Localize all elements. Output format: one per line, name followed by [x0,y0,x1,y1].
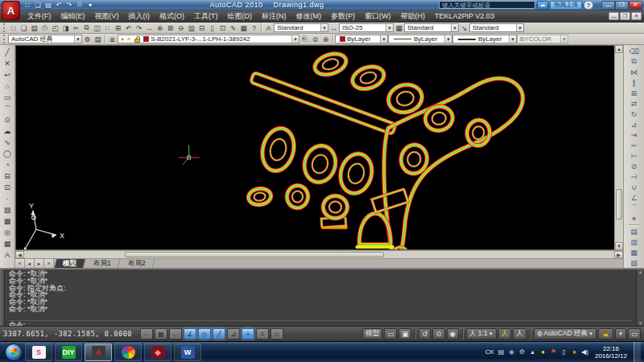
tray-expand-icon[interactable]: ▴ [529,348,536,356]
lang-indicator[interactable]: CK [485,348,494,356]
dropdown-arrow-icon[interactable]: ▼ [509,35,516,43]
plot-icon[interactable]: ⎙ [75,1,85,10]
annotation-visibility-icon[interactable]: 人 [498,328,512,339]
redo-icon[interactable]: ↷ [64,1,74,10]
clean-screen-button[interactable]: ▭ [628,328,641,339]
flag-alert-icon[interactable]: ⚑ [550,348,557,356]
volume-icon[interactable]: ◀) [581,348,588,356]
taskbar-clock[interactable]: 22:16 2016/12/12 [595,345,627,360]
otrack-toggle[interactable]: ╱ [213,328,225,339]
region-icon[interactable]: ◎ [2,227,14,238]
publish-icon[interactable]: ◨ [60,23,71,33]
layer-lock-icon[interactable] [134,39,140,43]
tab-model[interactable]: 模型 [55,259,86,268]
vscroll-thumb[interactable] [616,189,622,220]
status-menu-button[interactable]: ▼ [615,328,626,339]
bring-to-front-icon[interactable]: ▤ [628,226,640,237]
layer-unisolate-icon[interactable]: ⊕ [320,35,331,44]
leader-style-dropdown[interactable]: Standard▼ [469,23,524,32]
array-icon[interactable]: ⊞ [628,88,640,98]
quick-view-layouts-icon[interactable]: ▭ [384,328,397,339]
quickcalc-icon[interactable]: ▦ [238,23,249,33]
ortho-toggle[interactable]: ∟ [169,328,182,339]
grid-toggle[interactable]: ▦ [155,328,167,339]
dropdown-arrow-icon[interactable]: ▼ [386,24,393,31]
qp-toggle[interactable]: ▭ [270,328,283,339]
dyn-toggle[interactable]: + [242,328,254,339]
keyboard-icon[interactable]: ▤ [497,348,505,356]
save-icon[interactable]: ▤ [29,23,39,33]
cut-icon[interactable]: ✂ [71,23,81,33]
plot-icon[interactable]: ⎙ [39,23,50,33]
rectangle-icon[interactable]: ▭ [2,92,14,103]
designcenter-icon[interactable]: ⊟ [196,23,207,33]
dim-style-dropdown[interactable]: ISO-25▼ [339,23,394,32]
quick-view-drawings-icon[interactable]: ▣ [398,328,411,339]
scroll-up-icon[interactable]: ▲ [615,45,623,53]
annotation-auto-icon[interactable]: 人 [513,328,526,339]
search-input[interactable] [439,1,535,9]
copy-icon[interactable]: ⧉ [628,56,640,67]
workspace-settings-icon[interactable]: ⚙ [82,35,93,44]
insert-block-icon[interactable]: ⊟ [2,171,14,182]
tab-layout2[interactable]: 布局2 [119,259,154,268]
zoom-previous-icon[interactable]: ⊖ [175,23,186,33]
gradient-icon[interactable]: ▩ [2,216,14,227]
safety-icon[interactable]: ● [539,348,547,356]
layer-previous-icon[interactable]: ⎗ [299,35,310,44]
fillet-icon[interactable]: ⌒ [628,203,640,213]
tab-next-button[interactable]: ▸ [35,259,44,268]
annotation-scale-button[interactable]: 人 1:1▼ [466,328,497,339]
command-scrollbar[interactable]: ▲▼ [636,269,644,326]
taskbar-app-diy[interactable]: DIY [55,343,82,361]
line-icon[interactable]: ╱ [2,47,14,58]
taskbar-app-stock[interactable]: ◆ [144,343,171,361]
tab-first-button[interactable]: « [15,259,25,268]
workspace-save-icon[interactable]: ▤ [93,35,103,44]
plot-preview-icon[interactable]: ◰ [50,23,60,33]
ducs-toggle[interactable]: ⊿ [227,328,240,339]
help-button[interactable]: ? [584,1,593,10]
help-icon[interactable]: ? [249,23,259,33]
tab-last-button[interactable]: » [44,259,54,268]
lwt-toggle[interactable]: ≡ [256,328,269,339]
toolbar-lock-button[interactable] [598,328,613,339]
drawing-canvas[interactable]: YXZ [15,45,614,250]
circle-icon[interactable]: ⊙ [2,114,14,125]
scroll-down-icon[interactable]: ▼ [615,242,623,250]
start-button[interactable] [5,343,23,361]
save-icon[interactable]: ▤ [43,1,53,10]
doc-minimize-button[interactable]: — [609,12,619,20]
extend-icon[interactable]: ⊢ [628,150,640,161]
erase-icon[interactable]: ⌫ [628,46,640,56]
toolbar-grip[interactable] [3,23,6,32]
dropdown-arrow-icon[interactable]: ▼ [380,35,387,43]
break-at-point-icon[interactable]: ⊘ [628,161,640,171]
settings-tray-icon[interactable]: ⚙ [518,348,526,356]
tab-prev-button[interactable]: ◂ [25,259,35,268]
cloud-icon[interactable]: ☁ [537,1,548,10]
hscroll-thumb[interactable] [125,252,385,257]
text-style-dropdown[interactable]: Standard▼ [274,23,328,32]
qat-dropdown-icon[interactable]: ▾ [85,1,95,10]
battery-icon[interactable]: ▯ [560,348,568,356]
steering-wheel-icon[interactable]: ◉ [447,328,459,339]
move-icon[interactable]: ⇄ [628,98,640,109]
model-space-button[interactable]: 模型 [362,328,382,339]
mirror-icon[interactable]: ⋈ [628,67,640,77]
layer-manager-icon[interactable]: ≣ [107,35,118,44]
redo-icon[interactable]: ↷ [134,23,144,33]
table-style-dropdown[interactable]: Standard▼ [404,23,459,32]
autocad-logo-icon[interactable]: A [2,1,20,20]
layer-isolate-icon[interactable]: ⊜ [310,35,320,44]
horizontal-scrollbar[interactable]: ◀ ▶ [15,250,623,258]
polyline-icon[interactable]: ↩ [2,69,14,80]
revision-cloud-icon[interactable]: ☁ [2,125,14,137]
make-block-icon[interactable]: ⊡ [2,182,14,193]
im-icon[interactable]: ◉ [508,348,515,356]
scale-icon[interactable]: ⊿ [628,119,640,130]
properties-icon[interactable]: ▥ [186,23,196,33]
workspace-dropdown[interactable]: AutoCAD 经典▼ [8,35,82,43]
taskbar-app-autocad[interactable]: A [85,343,112,361]
arc-icon[interactable]: ⌒ [2,103,14,114]
